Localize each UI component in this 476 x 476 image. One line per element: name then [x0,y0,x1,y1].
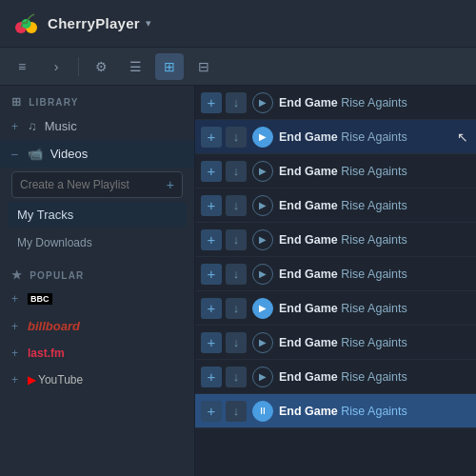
track-title: End Game Rise Againts [279,130,449,144]
sidebar-item-videos[interactable]: – 📹 Videos [0,140,194,168]
track-row[interactable]: +↓▶End Game Rise Againts↖ [195,120,476,154]
track-add-button[interactable]: + [201,264,222,285]
track-add-button[interactable]: + [201,195,222,216]
sidebar-item-bbc[interactable]: + BBC [0,286,194,312]
track-row[interactable]: +↓▶End Game Rise Againts [195,188,476,223]
track-play-button[interactable]: ⏸ [252,401,273,422]
bbc-logo: BBC [28,293,52,305]
track-title: End Game Rise Againts [279,405,468,418]
track-title: End Game Rise Againts [279,165,468,178]
track-name: End Game [279,165,338,178]
sidebar: ⊞ LIBRARY + ♫ Music – 📹 Videos + My Trac… [0,86,195,476]
track-play-button[interactable]: ▶ [252,161,273,182]
library-icon: ⊞ [11,95,22,109]
track-download-button[interactable]: ↓ [226,367,247,387]
track-name: End Game [279,336,338,349]
track-download-button[interactable]: ↓ [226,401,247,422]
track-row[interactable]: +↓▶End Game Rise Againts [195,223,476,257]
track-artist: Rise Againts [338,165,407,178]
track-add-button[interactable]: + [201,161,222,182]
list-view-button[interactable]: ☰ [121,53,149,80]
new-playlist-input-container: + [11,171,183,198]
grid-view-button[interactable]: ⊞ [155,53,184,80]
track-row[interactable]: +↓▶End Game Rise Againts [195,86,476,120]
track-add-button[interactable]: + [201,401,222,422]
track-add-button[interactable]: + [201,367,222,387]
track-play-button[interactable]: ▶ [252,127,273,148]
track-download-button[interactable]: ↓ [226,161,247,182]
sidebar-item-my-downloads[interactable]: My Downloads [8,230,187,255]
track-row[interactable]: +↓▶End Game Rise Againts [195,360,476,394]
track-row[interactable]: +↓▶End Game Rise Againts [195,326,476,360]
forward-button[interactable]: › [42,53,70,80]
track-add-button[interactable]: + [201,92,222,113]
track-play-button[interactable]: ▶ [252,229,273,250]
app-title: CherryPlayer [48,15,140,31]
track-add-button[interactable]: + [201,127,222,148]
track-row[interactable]: +↓▶End Game Rise Againts [195,257,476,291]
track-play-button[interactable]: ▶ [252,367,273,387]
track-download-button[interactable]: ↓ [226,127,247,148]
videos-label: Videos [50,147,89,161]
track-download-button[interactable]: ↓ [226,332,247,353]
track-download-button[interactable]: ↓ [226,264,247,285]
track-name: End Game [279,370,338,384]
menu-button[interactable]: ≡ [8,53,36,80]
track-name: End Game [279,130,338,144]
billboard-label: billboard [28,319,80,333]
youtube-logo: ▶YouTube [28,373,83,387]
video-camera-icon: 📹 [28,147,43,161]
sidebar-item-youtube[interactable]: + ▶YouTube [0,367,194,393]
track-add-button[interactable]: + [201,229,222,250]
billboard-add-icon: + [11,320,18,333]
track-download-button[interactable]: ↓ [226,229,247,250]
app-dropdown-icon[interactable]: ▾ [146,17,151,30]
videos-minus-icon: – [11,148,18,161]
new-playlist-input[interactable] [20,178,161,191]
popular-label: POPULAR [30,270,84,281]
sidebar-item-music[interactable]: + ♫ Music [0,112,194,140]
tiles-view-button[interactable]: ⊟ [189,53,218,80]
track-download-button[interactable]: ↓ [226,195,247,216]
music-note-icon: ♫ [28,119,37,133]
track-name: End Game [279,199,338,212]
track-row[interactable]: +↓▶End Game Rise Againts [195,154,476,188]
track-artist: Rise Againts [338,233,407,247]
track-name: End Game [279,96,338,109]
track-row[interactable]: +↓⏸End Game Rise Againts [195,394,476,428]
track-play-button[interactable]: ▶ [252,298,273,319]
settings-button[interactable]: ⚙ [87,53,115,80]
track-play-button[interactable]: ▶ [252,195,273,216]
popular-section: ★ POPULAR [0,259,194,286]
track-download-button[interactable]: ↓ [226,92,247,113]
youtube-add-icon: + [11,373,18,387]
track-add-button[interactable]: + [201,298,222,319]
new-playlist-add-icon[interactable]: + [167,177,174,192]
track-play-button[interactable]: ▶ [252,332,273,353]
sidebar-item-lastfm[interactable]: + last.fm [0,340,194,367]
music-add-icon: + [11,120,18,133]
library-label: LIBRARY [29,97,78,108]
sidebar-item-billboard[interactable]: + billboard [0,312,194,340]
lastfm-label: last.fm [28,347,65,360]
track-artist: Rise Againts [338,268,407,281]
cursor-indicator: ↖ [457,129,468,145]
track-name: End Game [279,405,338,418]
toolbar: ≡ › ⚙ ☰ ⊞ ⊟ [0,48,476,86]
my-downloads-label: My Downloads [17,236,92,249]
track-play-button[interactable]: ▶ [252,92,273,113]
sidebar-item-my-tracks[interactable]: My Tracks [8,202,187,228]
bbc-add-icon: + [11,292,18,306]
track-artist: Rise Againts [338,405,407,418]
track-list: +↓▶End Game Rise Againts+↓▶End Game Rise… [195,86,476,476]
my-tracks-label: My Tracks [17,208,73,222]
track-row[interactable]: +↓▶End Game Rise Againts [195,291,476,326]
track-play-button[interactable]: ▶ [252,264,273,285]
track-title: End Game Rise Againts [279,336,468,349]
track-download-button[interactable]: ↓ [226,298,247,319]
track-add-button[interactable]: + [201,332,222,353]
track-title: End Game Rise Againts [279,199,468,212]
track-artist: Rise Againts [338,370,407,384]
library-section: ⊞ LIBRARY [0,86,194,112]
lastfm-add-icon: + [11,347,18,360]
